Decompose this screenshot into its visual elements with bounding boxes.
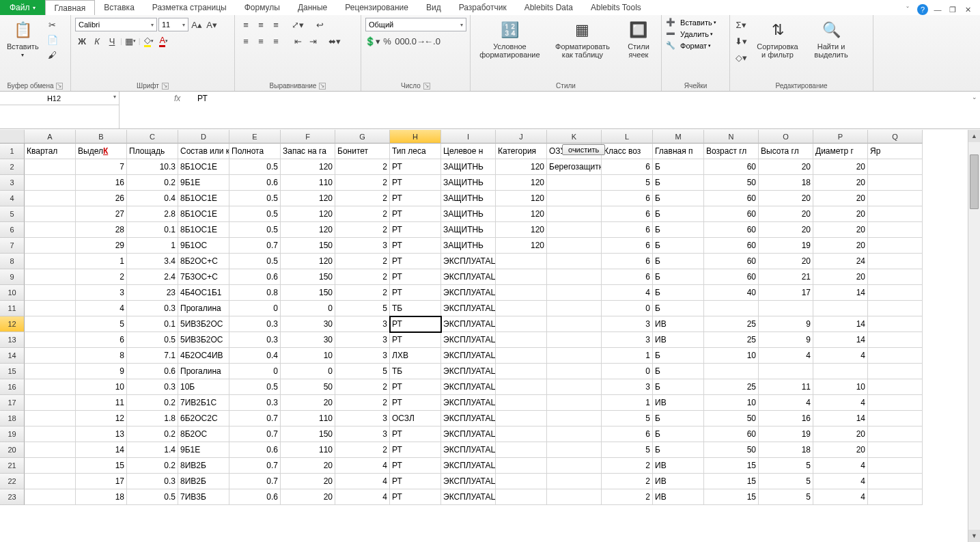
ribbon-tab-5[interactable]: Рецензирование xyxy=(336,0,417,15)
cell[interactable]: Б xyxy=(653,301,704,316)
cell[interactable]: 5ИВ3Б2ОС xyxy=(178,332,229,348)
cell[interactable]: 5 xyxy=(602,411,653,426)
cell[interactable]: 3 xyxy=(335,348,390,364)
ribbon-minimize-icon[interactable]: ˇ xyxy=(902,4,913,15)
cell[interactable]: 15 xyxy=(76,458,127,474)
cell[interactable]: 120 xyxy=(496,191,547,206)
clear-icon[interactable]: ◇▾ xyxy=(734,51,748,64)
cell[interactable]: 27 xyxy=(76,206,127,222)
scroll-up-icon[interactable]: ▲ xyxy=(968,130,980,142)
cell[interactable]: 20 xyxy=(759,222,813,238)
merge-icon[interactable]: ⬌▾ xyxy=(328,34,341,48)
cell[interactable]: 10Б xyxy=(178,379,229,395)
cell[interactable]: 10 xyxy=(704,395,759,411)
cell[interactable]: 0.2 xyxy=(127,175,178,191)
inc-decimal-icon[interactable]: .0→ xyxy=(410,34,424,48)
cell-header[interactable]: Выдел К xyxy=(76,144,127,159)
cells-format-button[interactable]: 🔧 Формат ▾ xyxy=(666,41,716,50)
format-painter-icon[interactable]: 🖌 xyxy=(46,48,59,62)
cell[interactable] xyxy=(547,489,602,505)
cell[interactable]: 3 xyxy=(335,332,390,348)
cell[interactable] xyxy=(704,301,759,316)
cell[interactable] xyxy=(25,411,76,426)
row-header-7[interactable]: 7 xyxy=(0,238,25,254)
cell-header[interactable]: Возраст гл xyxy=(704,144,759,159)
cell[interactable]: ЗАЩИТНЬ xyxy=(441,238,496,254)
cell[interactable]: 6Б2ОС2С xyxy=(178,411,229,426)
cell[interactable]: 20 xyxy=(813,238,868,254)
cell[interactable]: 150 xyxy=(281,426,335,442)
cell[interactable] xyxy=(496,316,547,332)
cell[interactable]: 150 xyxy=(281,238,335,254)
cell[interactable] xyxy=(496,364,547,379)
cell[interactable]: 8Б2ОС+С xyxy=(178,254,229,269)
cell[interactable]: 3 xyxy=(602,332,653,348)
cell[interactable]: 2 xyxy=(335,222,390,238)
cell[interactable]: РТ xyxy=(390,489,441,505)
cell[interactable]: 0 xyxy=(602,364,653,379)
cell[interactable]: 2.4 xyxy=(127,269,178,285)
cell[interactable] xyxy=(547,316,602,332)
cell[interactable]: 9 xyxy=(759,316,813,332)
row-header-13[interactable]: 13 xyxy=(0,332,25,348)
cell[interactable]: 19 xyxy=(759,426,813,442)
cell[interactable]: 1.4 xyxy=(127,442,178,458)
cell[interactable]: 2 xyxy=(335,395,390,411)
number-format-combo[interactable]: Общий▾ xyxy=(365,18,466,31)
cell[interactable]: 7ИВ2Б1С xyxy=(178,395,229,411)
cell[interactable] xyxy=(547,175,602,191)
cell[interactable]: ИВ xyxy=(653,474,704,489)
cell[interactable]: 0.5 xyxy=(229,254,281,269)
cell[interactable]: Берегозащитные уча xyxy=(547,159,602,175)
cell[interactable] xyxy=(25,379,76,395)
cells-delete-button[interactable]: ➖ Удалить ▾ xyxy=(666,29,716,38)
col-header-F[interactable]: F xyxy=(281,130,335,144)
cell[interactable]: 0.2 xyxy=(127,458,178,474)
cell[interactable]: 120 xyxy=(281,191,335,206)
cell[interactable] xyxy=(868,285,923,301)
col-header-G[interactable]: G xyxy=(335,130,390,144)
cell[interactable]: 12 xyxy=(76,411,127,426)
cell[interactable] xyxy=(547,332,602,348)
cell[interactable]: 2 xyxy=(335,191,390,206)
cell[interactable] xyxy=(25,348,76,364)
indent-inc-icon[interactable]: ⇥ xyxy=(306,34,320,48)
cell[interactable]: 28 xyxy=(76,222,127,238)
cell[interactable]: 7Б3ОС+С xyxy=(178,269,229,285)
row-header-4[interactable]: 4 xyxy=(0,191,25,206)
formula-input[interactable] xyxy=(195,92,966,105)
cell[interactable]: 2.8 xyxy=(127,206,178,222)
cell[interactable]: 10 xyxy=(704,348,759,364)
cell[interactable]: 7ИВ3Б xyxy=(178,489,229,505)
cell[interactable] xyxy=(25,364,76,379)
dec-decimal-icon[interactable]: ←.0 xyxy=(425,34,439,48)
cell[interactable] xyxy=(547,285,602,301)
cell[interactable] xyxy=(496,254,547,269)
cell[interactable]: 25 xyxy=(704,316,759,332)
cell[interactable]: 2 xyxy=(602,474,653,489)
cell[interactable]: 5 xyxy=(759,474,813,489)
cell[interactable] xyxy=(547,395,602,411)
cell[interactable]: 10.3 xyxy=(127,159,178,175)
cells-insert-button[interactable]: ➕ Вставить ▾ xyxy=(666,18,716,27)
cell[interactable]: ИВ xyxy=(653,316,704,332)
cell[interactable] xyxy=(868,348,923,364)
cell[interactable]: ЭКСПЛУАТАЦИОННЫЕ xyxy=(441,269,496,285)
cell[interactable] xyxy=(813,301,868,316)
align-center-icon[interactable]: ≡ xyxy=(254,34,268,48)
cell[interactable] xyxy=(868,301,923,316)
cell[interactable]: 120 xyxy=(281,222,335,238)
ribbon-tab-2[interactable]: Разметка страницы xyxy=(143,0,236,15)
row-header-9[interactable]: 9 xyxy=(0,269,25,285)
cell[interactable]: ЭКСПЛУАТАЦИОННЫЕ xyxy=(441,379,496,395)
paste-button[interactable]: 📋 Вставить ▾ xyxy=(4,18,42,59)
cell[interactable]: 120 xyxy=(281,206,335,222)
cell[interactable]: ИВ xyxy=(653,332,704,348)
row-header-3[interactable]: 3 xyxy=(0,175,25,191)
cell[interactable]: ЭКСПЛУАТАЦИОННЫЕ xyxy=(441,254,496,269)
cell[interactable]: 20 xyxy=(813,269,868,285)
cell[interactable]: 2 xyxy=(602,489,653,505)
align-left-icon[interactable]: ≡ xyxy=(239,34,253,48)
row-header-2[interactable]: 2 xyxy=(0,159,25,175)
ribbon-tab-3[interactable]: Формулы xyxy=(236,0,289,15)
